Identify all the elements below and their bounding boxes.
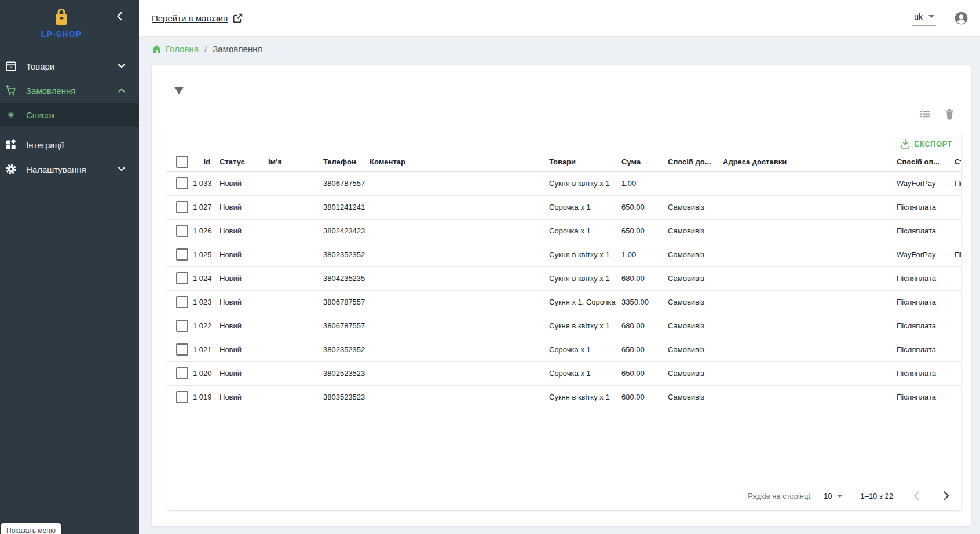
row-checkbox[interactable] (176, 296, 188, 308)
breadcrumb-home-link[interactable]: Головна (152, 44, 199, 54)
row-checkbox[interactable] (176, 367, 188, 379)
sidebar-item-settings[interactable]: Налаштування (0, 157, 139, 181)
cell-delivery: Самовивіз (663, 361, 718, 385)
row-checkbox[interactable] (176, 272, 188, 284)
cell-address (718, 219, 892, 243)
delete-button[interactable] (945, 109, 955, 120)
cell-payment-status: Підтверджено (950, 171, 961, 195)
column-header-status[interactable]: Статус (215, 152, 264, 171)
row-checkbox-cell (167, 361, 188, 385)
rows-per-page-select[interactable]: 10 (824, 492, 843, 500)
toolbar-divider (196, 79, 196, 105)
cell-comment (365, 361, 544, 385)
row-checkbox-cell (167, 314, 188, 338)
column-header-phone[interactable]: Телефон (319, 152, 365, 171)
sidebar-item-label: Замовлення (26, 86, 118, 96)
pagination: Рядків на сторінці: 10 1–10 з 22 (167, 481, 961, 510)
column-header-delivery[interactable]: Спосіб до... (663, 152, 718, 171)
cell-status: Новий (215, 290, 264, 314)
chevron-up-icon (118, 88, 125, 93)
export-button[interactable]: ЕКСПОРТ (897, 137, 956, 151)
column-header-id[interactable]: id (188, 152, 215, 171)
cell-goods: Сорочка x 1 (544, 195, 617, 219)
cell-delivery: Самовивіз (663, 338, 718, 361)
home-icon (152, 45, 162, 54)
cell-status: Новий (215, 338, 264, 361)
chevron-down-icon (118, 64, 125, 68)
cell-phone: 380235235235 (319, 338, 365, 361)
sidebar-item-orders-list[interactable]: Список (0, 103, 139, 127)
cell-delivery (663, 171, 718, 195)
table-row[interactable]: 1 022 Новий 380678755765 Сукня в квітку … (167, 314, 961, 338)
logo-text: LP-SHOP (0, 30, 123, 39)
table-row[interactable]: 1 026 Новий 380242342342 Сорочка x 1 650… (167, 219, 961, 243)
table-row[interactable]: 1 023 Новий 380678755722 Сукня x 1, Соро… (167, 290, 961, 314)
row-checkbox[interactable] (176, 320, 188, 332)
column-header-goods[interactable]: Товари (544, 152, 617, 171)
cell-id: 1 027 (188, 195, 215, 219)
table-row[interactable]: 1 024 Новий 380423523523 Сукня в квітку … (167, 266, 961, 290)
row-checkbox-cell (167, 290, 188, 314)
cell-sum: 3350.00 (617, 290, 663, 314)
row-checkbox[interactable] (176, 201, 188, 213)
column-header-name[interactable]: Ім'я (264, 152, 319, 171)
filter-button[interactable] (171, 84, 187, 99)
cell-payment-status (950, 338, 961, 361)
row-checkbox-cell (167, 195, 188, 219)
column-header-payment[interactable]: Спосіб оп... (892, 152, 950, 171)
cell-payment: Післяплата (892, 219, 950, 243)
cell-goods: Сукня в квітку x 1 (544, 243, 617, 266)
language-select[interactable]: uk (912, 11, 936, 26)
cell-address (718, 314, 892, 338)
cell-sum: 650.00 (617, 361, 663, 385)
row-checkbox[interactable] (176, 248, 188, 261)
row-checkbox[interactable] (176, 391, 188, 403)
column-header-comment[interactable]: Коментар (365, 152, 544, 171)
collapse-sidebar-button[interactable] (114, 10, 126, 23)
shopping-bag-icon (53, 8, 70, 26)
table-row[interactable]: 1 025 Новий 380235235235 Сукня в квітку … (167, 243, 961, 266)
sidebar-item-products[interactable]: Товари (0, 54, 139, 78)
cell-name (264, 314, 319, 338)
cell-address (718, 338, 892, 361)
cell-goods: Сорочка x 1 (544, 338, 617, 361)
cell-payment-status (950, 290, 961, 314)
cell-phone: 380124124124 (319, 195, 365, 219)
row-checkbox[interactable] (176, 177, 188, 189)
cell-phone: 380678755765 (319, 314, 365, 338)
cell-sum: 650.00 (617, 195, 663, 219)
view-actions (919, 109, 955, 120)
caret-down-icon (928, 15, 934, 18)
column-header-address[interactable]: Адреса доставки (718, 152, 892, 171)
sidebar-item-integrations[interactable]: Інтеграції (0, 133, 139, 157)
cell-id: 1 026 (188, 219, 215, 243)
table-row[interactable]: 1 019 Новий 380352352353 Сукня в квітку … (167, 385, 961, 409)
cell-payment-status (950, 314, 961, 338)
cell-payment: WayForPay (892, 171, 950, 195)
select-all-cell (167, 152, 188, 171)
cell-name (264, 171, 319, 195)
table-row[interactable]: 1 021 Новий 380235235235 Сорочка x 1 650… (167, 338, 961, 361)
row-checkbox[interactable] (176, 343, 188, 356)
table-row[interactable]: 1 020 Новий 380252352352 Сорочка x 1 650… (167, 361, 961, 385)
select-all-checkbox[interactable] (176, 156, 188, 168)
go-to-shop-link[interactable]: Перейти в магазин (152, 13, 243, 23)
column-header-sum[interactable]: Сума (617, 152, 663, 171)
user-menu-button[interactable] (955, 12, 968, 25)
prev-page-button[interactable] (909, 489, 923, 503)
cell-comment (365, 290, 544, 314)
row-checkbox-cell (167, 385, 188, 409)
list-view-button[interactable] (919, 109, 930, 120)
cell-sum: 1.00 (617, 171, 663, 195)
table-row[interactable]: 1 033 Новий 380678755765 Сукня в квітку … (167, 171, 961, 195)
cell-id: 1 023 (188, 290, 215, 314)
sidebar-item-orders[interactable]: Замовлення (0, 78, 139, 103)
column-header-payment-status[interactable]: Статус оплати (950, 152, 961, 171)
trash-icon (945, 109, 955, 120)
cell-id: 1 019 (188, 385, 215, 409)
next-page-button[interactable] (939, 489, 953, 503)
cell-payment-status (950, 219, 961, 243)
row-checkbox[interactable] (176, 225, 188, 237)
table-row[interactable]: 1 027 Новий 380124124124 Сорочка x 1 650… (167, 195, 961, 219)
cell-status: Новий (215, 361, 264, 385)
